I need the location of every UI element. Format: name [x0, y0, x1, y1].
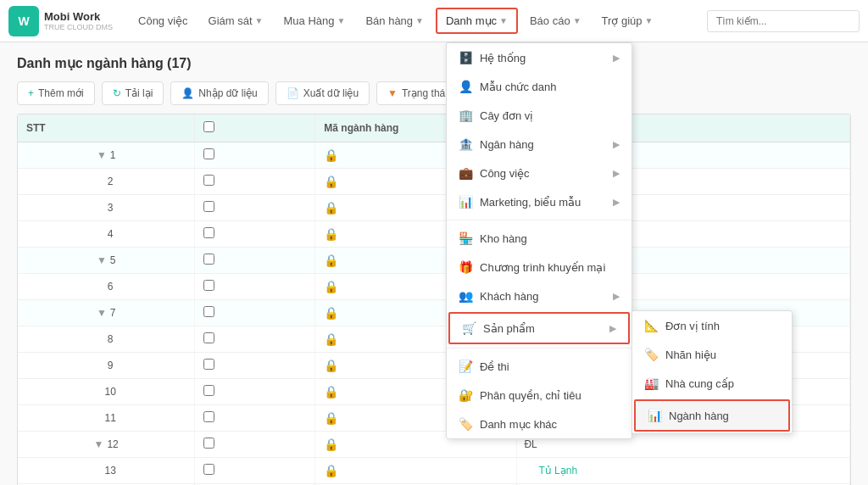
row-checkbox[interactable]: [203, 201, 214, 212]
dropdown-danh-muc-khac[interactable]: 🏷️Danh mục khác: [447, 410, 632, 438]
cell-stt: ▼7: [18, 300, 195, 326]
table-row: ▼5🔒PERSONAL CARE: [18, 248, 850, 274]
col-stt: STT: [18, 114, 195, 142]
cell-stt: 8: [18, 326, 195, 353]
nav-giam-sat[interactable]: Giám sát ▼: [200, 9, 272, 32]
submenu-nhan-hieu[interactable]: 🏷️ Nhãn hiệu: [632, 340, 792, 369]
san-pham-icon: 🛒: [462, 321, 476, 335]
dropdown-mau-chuc-danh[interactable]: 👤Mẫu chức danh: [447, 72, 632, 101]
reload-button[interactable]: ↻ Tải lại: [102, 81, 164, 105]
chevron-down-icon: ▼: [255, 16, 264, 25]
row-checkbox[interactable]: [203, 306, 214, 317]
add-label: Thêm mới: [38, 87, 84, 99]
dropdown-khach-hang[interactable]: 👥Khách hàng ▶: [447, 282, 632, 310]
row-checkbox[interactable]: [203, 227, 214, 238]
dropdown-khuyen-mai[interactable]: 🎁Chương trình khuyến mại: [447, 253, 632, 282]
dropdown-ngan-hang[interactable]: 🏦Ngân hàng ▶: [447, 130, 632, 159]
cell-stt: 13: [18, 458, 195, 484]
he-thong-icon: 🗄️: [459, 51, 473, 64]
row-checkbox[interactable]: [203, 148, 214, 159]
marketing-icon: 📊: [459, 195, 473, 209]
export-button[interactable]: 📄 Xuất dữ liệu: [275, 81, 370, 105]
reload-label: Tải lại: [125, 87, 153, 99]
table-row: ▼1🔒CONSUMER GOOD: [18, 142, 850, 169]
nav-mua-hang[interactable]: Mua Hàng ▼: [275, 9, 354, 32]
logo[interactable]: W Mobi Work TRUE CLOUD DMS: [8, 6, 113, 36]
cell-checkbox: [195, 300, 315, 326]
table-row: 13🔒Tủ Lạnh: [18, 458, 850, 484]
select-all-checkbox[interactable]: [203, 121, 214, 132]
cell-checkbox: [195, 432, 315, 458]
lock-icon: 🔒: [324, 438, 338, 451]
dropdown-marketing[interactable]: 📊Marketing, biểu mẫu ▶: [447, 187, 632, 216]
row-checkbox[interactable]: [203, 359, 214, 370]
expand-icon[interactable]: ▼: [97, 307, 107, 319]
cell-stt: 9: [18, 353, 195, 379]
dropdown-cay-don-vi[interactable]: 🏢Cây đơn vị: [447, 101, 632, 130]
cell-stt: 4: [18, 221, 195, 248]
ngan-hang-icon: 🏦: [459, 137, 473, 151]
nav-cong-viec[interactable]: Công việc: [130, 9, 197, 32]
toolbar: + Thêm mới ↻ Tải lại 👤 Nhập dữ liệu 📄 Xu…: [17, 81, 851, 105]
dropdown-he-thong[interactable]: 🗄️Hệ thống ▶: [447, 43, 632, 72]
cell-checkbox: [195, 458, 315, 484]
row-checkbox[interactable]: [203, 464, 214, 475]
dropdown-de-thi[interactable]: 📝Đề thi: [447, 352, 632, 381]
import-label: Nhập dữ liệu: [198, 87, 257, 99]
nav-search: [707, 10, 860, 32]
navbar: W Mobi Work TRUE CLOUD DMS Công việc Giá…: [0, 0, 868, 42]
row-checkbox[interactable]: [203, 175, 214, 186]
dropdown-separator-1: [447, 220, 632, 220]
logo-sub: TRUE CLOUD DMS: [44, 23, 113, 31]
row-checkbox[interactable]: [203, 254, 214, 265]
dropdown-kho-hang[interactable]: 🏪Kho hàng: [447, 224, 632, 253]
expand-icon[interactable]: ▼: [97, 254, 107, 266]
dropdown-phan-quyen[interactable]: 🔐Phân quyền, chỉ tiêu: [447, 381, 632, 410]
lock-icon: 🔒: [324, 175, 338, 188]
nav-bao-cao[interactable]: Báo cáo ▼: [521, 9, 590, 32]
chevron-down-icon: ▼: [337, 16, 346, 25]
submenu-don-vi-tinh[interactable]: 📐 Đơn vị tính: [632, 311, 792, 340]
lock-icon: 🔒: [324, 280, 338, 293]
cong-viec-icon: 💼: [459, 166, 473, 180]
arrow-icon: ▶: [613, 168, 620, 179]
row-checkbox[interactable]: [203, 332, 214, 343]
row-checkbox[interactable]: [203, 280, 214, 291]
expand-icon[interactable]: ▼: [94, 438, 104, 450]
lock-icon: 🔒: [324, 359, 338, 372]
de-thi-icon: 📝: [459, 360, 473, 373]
dropdown-cong-viec[interactable]: 💼Công việc ▶: [447, 159, 632, 187]
row-checkbox[interactable]: [203, 438, 214, 449]
plus-icon: +: [28, 87, 34, 99]
cell-checkbox: [195, 274, 315, 300]
cell-checkbox: [195, 405, 315, 432]
nav-ban-hang[interactable]: Bán hàng ▼: [357, 9, 432, 32]
chevron-down-icon: ▼: [645, 16, 654, 25]
submenu-nha-cung-cap[interactable]: 🏭 Nhà cung cấp: [632, 369, 792, 398]
add-new-button[interactable]: + Thêm mới: [17, 81, 95, 105]
nav-danh-muc[interactable]: Danh mục ▼: [436, 8, 518, 34]
nganh-hang-icon: 📊: [648, 409, 662, 422]
dropdown-san-pham[interactable]: 🛒Sản phẩm ▶: [448, 312, 630, 344]
cell-stt: ▼12: [18, 432, 195, 458]
san-pham-submenu: 📐 Đơn vị tính 🏷️ Nhãn hiệu 🏭 Nhà cung cấ…: [632, 310, 793, 434]
expand-icon[interactable]: ▼: [97, 149, 107, 161]
import-button[interactable]: 👤 Nhập dữ liệu: [170, 81, 268, 105]
lock-icon: 🔒: [324, 411, 338, 425]
chevron-down-icon: ▼: [499, 16, 508, 25]
submenu-nganh-hang[interactable]: 📊 Ngành hàng: [634, 399, 790, 432]
table-row: 4🔒TEA: [18, 221, 850, 248]
lock-icon: 🔒: [324, 464, 338, 477]
nha-cung-cap-icon: 🏭: [644, 376, 659, 390]
search-input[interactable]: [707, 10, 860, 32]
nav-tro-giup[interactable]: Trợ giúp ▼: [593, 9, 662, 32]
row-checkbox[interactable]: [203, 411, 214, 422]
table-row: 6🔒TOOTHBRUSH: [18, 274, 850, 300]
lock-icon: 🔒: [324, 227, 338, 241]
cay-don-vi-icon: 🏢: [459, 109, 473, 122]
cell-stt: 6: [18, 274, 195, 300]
chevron-down-icon: ▼: [415, 16, 424, 25]
category-name-link[interactable]: Tủ Lạnh: [538, 465, 577, 477]
row-checkbox[interactable]: [203, 385, 214, 396]
khuyen-mai-icon: 🎁: [459, 260, 473, 274]
